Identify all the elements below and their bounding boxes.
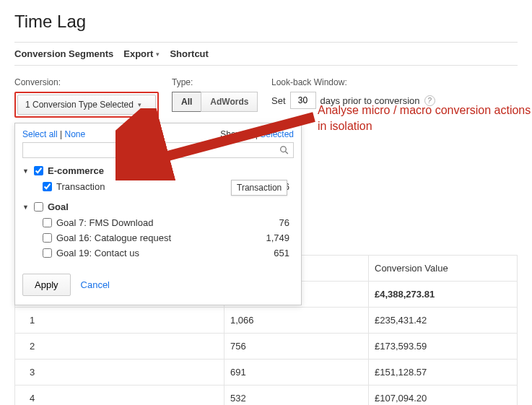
cancel-link[interactable]: Cancel: [81, 279, 110, 290]
table-row: 4 532 £107,094.20: [15, 386, 518, 406]
tooltip: Transaction: [231, 180, 287, 196]
item-goal16-value: 1,749: [266, 232, 294, 243]
conversion-search-box[interactable]: [22, 142, 294, 158]
shortcut-link[interactable]: Shortcut: [170, 48, 208, 59]
group-goal-checkbox[interactable]: [34, 202, 43, 212]
lookback-set-text: Set: [271, 95, 286, 106]
item-goal19-label: Goal 19: Contact us: [56, 248, 139, 258]
table-row: 1 1,066 £235,431.42: [15, 308, 518, 334]
conversion-dropdown-highlight: 1 Conversion Type Selected ▾: [14, 92, 159, 118]
item-goal19-checkbox[interactable]: [43, 248, 52, 258]
type-all-button[interactable]: All: [172, 92, 201, 112]
type-label: Type:: [172, 77, 258, 87]
lookback-days-input[interactable]: [290, 92, 316, 109]
search-icon: [279, 145, 289, 155]
group-ecommerce-label: E-commerce: [48, 165, 104, 176]
item-goal16-checkbox[interactable]: [43, 233, 52, 243]
select-none-link[interactable]: None: [65, 129, 86, 139]
svg-point-0: [280, 147, 286, 152]
show-selected-link[interactable]: Selected: [260, 129, 294, 139]
item-goal19-value: 651: [274, 248, 294, 258]
conversion-segments-link[interactable]: Conversion Segments: [14, 48, 113, 59]
conversion-label: Conversion:: [14, 77, 159, 87]
item-goal7-checkbox[interactable]: [43, 218, 52, 227]
show-all-text: Show all: [220, 129, 253, 139]
select-all-link[interactable]: Select all: [22, 129, 58, 139]
svg-line-1: [285, 152, 287, 154]
collapse-icon[interactable]: ▼: [22, 204, 30, 211]
item-transaction-label: Transaction: [56, 181, 105, 192]
caret-down-icon: ▾: [138, 101, 141, 108]
report-toolbar: Conversion Segments Export ▾ Shortcut: [14, 42, 518, 66]
lookback-label: Look-back Window:: [271, 77, 474, 87]
conversion-dropdown-text: 1 Conversion Type Selected: [25, 100, 134, 110]
conversion-dropdown-panel: Select all | None Show all | Selected ▼ …: [14, 123, 302, 305]
type-segment: All AdWords: [172, 92, 258, 112]
group-goal-label: Goal: [48, 201, 69, 212]
type-adwords-button[interactable]: AdWords: [201, 92, 258, 112]
table-row: 3 691 £151,128.57: [15, 360, 518, 386]
item-goal16-label: Goal 16: Catalogue request: [56, 232, 171, 243]
table-row: 2 756 £173,593.59: [15, 334, 518, 360]
col-conversion-value: Conversion Value: [369, 256, 518, 282]
group-ecommerce-checkbox[interactable]: [34, 166, 43, 175]
collapse-icon[interactable]: ▼: [22, 167, 30, 175]
conversion-search-input[interactable]: [27, 145, 279, 155]
item-transaction-checkbox[interactable]: [43, 182, 52, 191]
page-title: Time Lag: [14, 12, 518, 32]
annotation-text: Analyse micro / macro conversion actions…: [318, 103, 532, 134]
item-goal7-value: 76: [279, 217, 294, 228]
export-menu[interactable]: Export: [123, 48, 153, 59]
conversion-type-dropdown[interactable]: 1 Conversion Type Selected ▾: [17, 95, 156, 115]
caret-down-icon: ▾: [156, 51, 160, 58]
item-goal7-label: Goal 7: FMS Download: [56, 217, 153, 228]
apply-button[interactable]: Apply: [22, 274, 71, 296]
